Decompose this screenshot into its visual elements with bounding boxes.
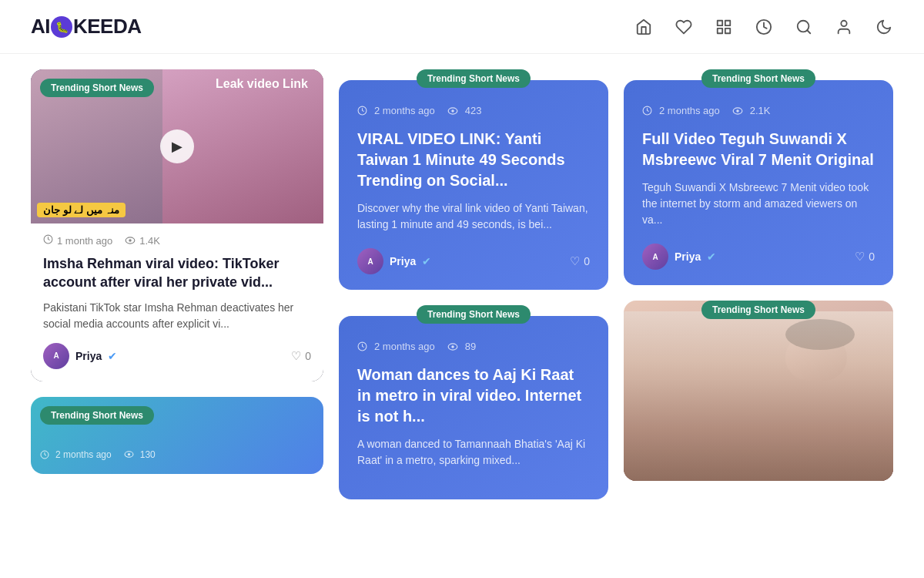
card-desc-3: Teguh Suwandi X Msbreewc 7 Menit video t… [642,180,875,228]
bug-icon: 🐛 [51,16,72,38]
card-desc-4: A woman danced to Tamannaah Bhatia's 'Aa… [357,436,590,469]
card-woman-dance[interactable]: 2 months ago 89 Woman dances to Aaj Ki R… [339,316,608,499]
card-meta-1: 1 month ago 1.4K [43,234,311,247]
bg-overlay [624,311,893,481]
card-yanti[interactable]: 2 months ago 423 VIRAL VIDEO LINK: Yanti… [339,80,608,290]
svg-rect-2 [718,28,722,32]
meta-views-4: 89 [447,341,476,352]
card-wrapper-3: Trending Short News 2 months ago 2.1K Fu… [624,69,893,285]
header: AI 🐛 KEEDA [0,0,924,54]
svg-rect-0 [718,20,722,25]
avatar-2: A [357,248,383,274]
svg-point-19 [451,345,454,348]
svg-rect-1 [725,20,730,25]
logo-keeda: KEEDA [73,15,142,39]
card-footer-3: A Priya ✔ ♡ 0 [642,244,875,270]
leaked-overlay-text: Leak video Link [216,77,308,91]
heart-icon-2: ♡ [570,254,580,268]
card-teguh[interactable]: 2 months ago 2.1K Full Video Teguh Suwan… [624,80,893,285]
author-1: A Priya ✔ [43,343,117,369]
card-desc-2: Discover why the viral link video of Yan… [357,200,590,233]
like-count-3: ♡ 0 [855,250,875,264]
trending-badge-3: Trending Short News [701,69,815,88]
svg-point-7 [841,20,846,25]
middle-column: Trending Short News 2 months ago 423 VIR… [339,69,608,499]
main-content: Trending Short News Leak video Link ▶ من… [0,54,924,523]
card-photo[interactable]: Trending Short News [624,301,893,481]
photo-area [624,311,893,481]
meta-time-3: 2 months ago [642,105,720,116]
trending-badge-1: Trending Short News [40,79,154,97]
trending-badge-5: Trending Short News [40,406,154,425]
card-title-2: VIRAL VIDEO LINK: Yanti Taiwan 1 Minute … [357,129,590,191]
card-meta-2: 2 months ago 423 [357,105,590,116]
trending-badge-5b: Trending Short News [701,301,815,319]
user-icon[interactable] [835,18,853,36]
card-title-3: Full Video Teguh Suwandi X Msbreewc Vira… [642,129,875,170]
card-body-1: 1 month ago 1.4K Imsha Rehman viral vide… [31,223,323,381]
svg-point-13 [128,453,130,455]
meta-views-2: 423 [447,105,482,116]
moon-icon[interactable] [875,18,893,36]
meta-time-1: 1 month ago [43,234,112,247]
card-footer-2: A Priya ✔ ♡ 0 [357,248,590,274]
svg-point-10 [129,239,132,242]
eye-meta-icon-1 [125,235,136,247]
meta-time-5: 2 months ago [40,449,112,460]
author-name-1: Priya [75,350,102,362]
card-title-4: Woman dances to Aaj Ki Raat in metro in … [357,365,590,427]
like-count-2: ♡ 0 [570,254,590,268]
card-wrapper-4: Trending Short News 2 months ago 89 Woma… [339,305,608,499]
card-wrapper-2: Trending Short News 2 months ago 423 VIR… [339,69,608,290]
svg-rect-3 [725,28,730,32]
left-column: Trending Short News Leak video Link ▶ من… [31,69,323,474]
clock-meta-icon-1 [43,234,53,247]
right-column: Trending Short News 2 months ago 2.1K Fu… [624,69,893,481]
nav-icons [634,18,893,36]
card-meta-3: 2 months ago 2.1K [642,105,875,116]
verified-icon-1: ✔ [108,350,117,362]
urdu-overlay: منہ میں لے لو جان [37,203,126,217]
like-count-1: ♡ 0 [291,349,311,363]
svg-line-6 [807,30,810,33]
card-teal-partial[interactable]: Trending Short News 2 months ago 130 [31,397,323,474]
logo: AI 🐛 KEEDA [31,15,142,39]
meta-views-1: 1.4K [125,235,160,247]
play-button[interactable]: ▶ [160,129,194,163]
verified-icon-3: ✔ [707,250,716,263]
avatar-1: A [43,343,69,369]
svg-point-22 [736,109,739,113]
meta-time-2: 2 months ago [357,105,435,116]
card-title-1: Imsha Rehman viral video: TikToker accou… [43,254,311,292]
card-imsha[interactable]: Trending Short News Leak video Link ▶ من… [31,69,323,381]
grid-icon[interactable] [715,18,733,36]
author-name-3: Priya [675,250,701,263]
meta-time-4: 2 months ago [357,341,435,352]
search-icon[interactable] [795,18,813,36]
author-3: A Priya ✔ [642,244,716,270]
heart-icon-3: ♡ [855,250,865,264]
heart-icon-1: ♡ [291,349,301,363]
card-meta-5: 2 months ago 130 [40,449,156,460]
heart-icon[interactable] [675,18,693,36]
home-icon[interactable] [634,18,653,36]
meta-views-5: 130 [124,449,156,460]
card-desc-1: Pakistani TikTok star Imsha Rehman deact… [43,300,311,332]
verified-icon-2: ✔ [422,255,431,267]
trending-badge-4: Trending Short News [417,305,531,324]
card-meta-4: 2 months ago 89 [357,341,590,352]
trending-badge-2: Trending Short News [417,69,531,88]
author-2: A Priya ✔ [357,248,431,274]
author-name-2: Priya [390,255,416,267]
svg-point-16 [451,109,454,113]
card-footer-1: A Priya ✔ ♡ 0 [43,343,311,369]
logo-ai: AI [31,15,50,39]
clock-icon[interactable] [755,18,773,36]
meta-views-3: 2.1K [732,105,771,116]
avatar-3: A [642,244,668,270]
